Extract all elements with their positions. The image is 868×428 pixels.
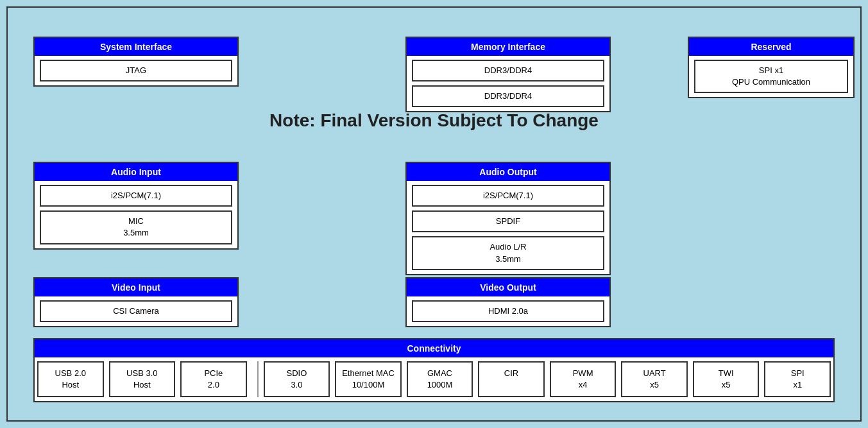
- list-item: CIR: [478, 361, 545, 397]
- list-item: SDIO3.0: [264, 361, 330, 397]
- list-item: DDR3/DDR4: [412, 60, 604, 81]
- connectivity-items: USB 2.0Host USB 3.0Host PCIe2.0 SDIO3.0 …: [35, 357, 833, 401]
- video-input-block: Video Input CSI Camera: [33, 277, 239, 327]
- audio-input-header: Audio Input: [35, 163, 237, 181]
- video-output-items: HDMI 2.0a: [407, 300, 609, 322]
- reserved-items: SPI x1QPU Communication: [689, 60, 853, 93]
- list-item: i2S/PCM(7.1): [40, 185, 232, 207]
- list-item: MIC3.5mm: [40, 210, 232, 244]
- reserved-header: Reserved: [689, 38, 853, 56]
- audio-input-block: Audio Input i2S/PCM(7.1) MIC3.5mm: [33, 162, 239, 250]
- system-interface-items: JTAG: [35, 60, 237, 81]
- memory-interface-header: Memory Interface: [407, 38, 609, 56]
- note-text: Note: Final Version Subject To Change: [269, 110, 599, 131]
- list-item: GMAC1000M: [407, 361, 473, 397]
- reserved-block: Reserved SPI x1QPU Communication: [688, 37, 855, 98]
- list-item: JTAG: [40, 60, 232, 81]
- list-item: DDR3/DDR4: [412, 85, 604, 107]
- audio-input-items: i2S/PCM(7.1) MIC3.5mm: [35, 185, 237, 244]
- main-container: Note: Final Version Subject To Change Sy…: [6, 6, 862, 422]
- list-item: PWMx4: [550, 361, 617, 397]
- system-interface-block: System Interface JTAG: [33, 37, 239, 87]
- list-item: i2S/PCM(7.1): [412, 185, 604, 207]
- list-item: USB 2.0Host: [37, 361, 104, 397]
- video-input-items: CSI Camera: [35, 300, 237, 322]
- divider: [252, 361, 259, 397]
- audio-output-block: Audio Output i2S/PCM(7.1) SPDIF Audio L/…: [405, 162, 611, 275]
- video-output-header: Video Output: [407, 278, 609, 296]
- list-item: SPI x1QPU Communication: [694, 60, 848, 93]
- list-item: Ethernet MAC10/100M: [335, 361, 402, 397]
- memory-interface-items: DDR3/DDR4 DDR3/DDR4: [407, 60, 609, 107]
- connectivity-header: Connectivity: [35, 339, 833, 357]
- audio-output-header: Audio Output: [407, 163, 609, 181]
- memory-interface-block: Memory Interface DDR3/DDR4 DDR3/DDR4: [405, 37, 611, 112]
- list-item: SPDIF: [412, 210, 604, 232]
- list-item: UARTx5: [621, 361, 688, 397]
- list-item: USB 3.0Host: [109, 361, 176, 397]
- video-output-block: Video Output HDMI 2.0a: [405, 277, 611, 327]
- list-item: PCIe2.0: [180, 361, 247, 397]
- video-input-header: Video Input: [35, 278, 237, 296]
- connectivity-block: Connectivity USB 2.0Host USB 3.0Host PCI…: [33, 338, 835, 402]
- list-item: Audio L/R3.5mm: [412, 236, 604, 270]
- system-interface-header: System Interface: [35, 38, 237, 56]
- list-item: CSI Camera: [40, 300, 232, 322]
- audio-output-items: i2S/PCM(7.1) SPDIF Audio L/R3.5mm: [407, 185, 609, 270]
- list-item: HDMI 2.0a: [412, 300, 604, 322]
- list-item: TWIx5: [693, 361, 760, 397]
- list-item: SPIx1: [764, 361, 831, 397]
